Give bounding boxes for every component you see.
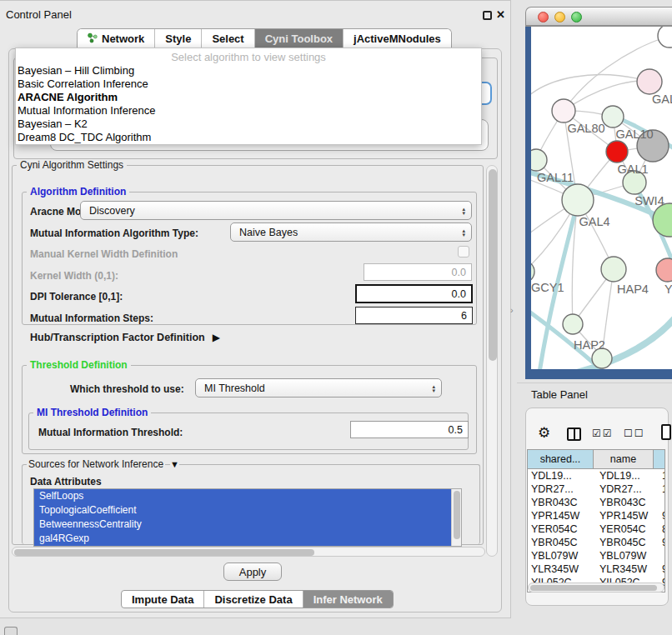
cell-name[interactable]: YBR043C	[596, 496, 659, 509]
cell-value[interactable]: 9.	[659, 536, 664, 549]
float-window-icon[interactable]	[483, 11, 492, 20]
tab-discretize-data[interactable]: Discretize Data	[203, 591, 302, 608]
minimize-traffic-light[interactable]	[554, 12, 565, 22]
new-table-icon[interactable]	[661, 424, 671, 440]
attribute-item[interactable]: gal4RGexp	[34, 532, 461, 546]
columns-icon[interactable]	[567, 428, 581, 441]
cell-shared-name[interactable]: YLR345W	[528, 562, 596, 576]
table-row[interactable]: YER054C YER054C 8.	[528, 522, 664, 536]
network-node-gal1[interactable]	[606, 141, 628, 162]
network-window-titlebar[interactable]	[525, 7, 672, 26]
dropdown-item[interactable]: Bayesian – Hill Climbing	[16, 64, 481, 78]
grid-icon[interactable]	[4, 627, 18, 635]
manual-kernel-checkbox[interactable]	[458, 246, 469, 258]
network-node-hap2[interactable]	[563, 314, 583, 334]
table-row[interactable]: YDR27... YDR27... 12	[528, 482, 664, 496]
mi-type-value: Naive Bayes	[239, 227, 298, 238]
table-header-row: shared... name	[528, 450, 664, 469]
network-node-gal11[interactable]	[531, 149, 547, 171]
cell-shared-name[interactable]: YPR145W	[528, 509, 596, 522]
mi-type-select[interactable]: Naive Bayes ▴▾	[230, 222, 472, 242]
network-node-gal80[interactable]	[552, 99, 575, 122]
which-threshold-label: Which threshold to use:	[70, 383, 184, 395]
dropdown-item[interactable]: Dream8 DC_TDC Algorithm	[16, 131, 481, 144]
cell-name[interactable]: YPR145W	[596, 509, 659, 522]
cell-shared-name[interactable]: YBR045C	[528, 536, 596, 549]
cell-shared-name[interactable]: YBR043C	[528, 496, 596, 509]
cyni-algorithm-settings-title: Cyni Algorithm Settings	[17, 159, 127, 171]
cell-name[interactable]: YBL079W	[596, 549, 659, 562]
table-row[interactable]: YDL19... YDL19... 13	[528, 469, 664, 482]
cell-name[interactable]: YDR27...	[596, 482, 659, 496]
network-node-gal10[interactable]	[602, 106, 624, 128]
cell-value[interactable]: 12	[659, 482, 664, 496]
dropdown-item[interactable]: Bayesian – K2	[16, 118, 481, 131]
cell-shared-name[interactable]: YER054C	[528, 522, 596, 536]
network-canvas[interactable]: GAL GAL80 GAL10 GAL1 GAL11 SWI4 GAL4 GCY…	[531, 27, 672, 369]
column-header-shared-name[interactable]: shared...	[528, 450, 594, 468]
tab-impute-data[interactable]: Impute Data	[122, 591, 203, 608]
apply-button[interactable]: Apply	[223, 562, 282, 581]
cell-value[interactable]: 9.	[659, 562, 664, 576]
table-hscrollbar[interactable]	[528, 582, 664, 592]
network-node-hap4[interactable]	[601, 257, 626, 282]
sources-title: Sources for Network Inference	[27, 458, 165, 470]
cell-shared-name[interactable]: YBL079W	[528, 549, 596, 562]
table-row[interactable]: YBL079W YBL079W	[528, 549, 664, 562]
network-node-gal[interactable]	[637, 69, 662, 94]
which-threshold-select[interactable]: MI Threshold ▴▾	[195, 378, 442, 398]
column-header-name[interactable]: name	[594, 450, 654, 468]
tab-network[interactable]: Network	[78, 29, 154, 48]
tab-jactivemnodules[interactable]: jActiveMNodules	[343, 29, 451, 48]
mi-steps-field[interactable]: 6	[355, 307, 473, 324]
network-node[interactable]	[658, 27, 672, 48]
network-node-salmon[interactable]	[656, 258, 672, 282]
attribute-item[interactable]: BetweennessCentrality	[34, 518, 461, 532]
hub-definition-expander[interactable]: Hub/Transcription Factor Definition ▶	[30, 332, 220, 343]
aracne-mode-select[interactable]: Discovery ▴▾	[80, 201, 472, 220]
cell-value[interactable]	[659, 549, 664, 562]
dropdown-item-selected[interactable]: ARACNE Algorithm	[16, 91, 481, 104]
sources-collapser[interactable]: Sources for Network Inference ▼	[27, 458, 179, 470]
table-row[interactable]: YBR043C YBR043C	[528, 496, 664, 509]
tab-infer-network[interactable]: Infer Network	[303, 591, 393, 608]
attribute-item[interactable]: SelfLoops	[34, 489, 461, 503]
dropdown-item[interactable]: Mutual Information Inference	[16, 104, 481, 118]
cell-name[interactable]: YLR345W	[596, 562, 659, 576]
close-icon[interactable]: ✕	[496, 8, 505, 21]
gear-icon[interactable]: ⚙	[538, 424, 550, 442]
tab-select[interactable]: Select	[201, 29, 253, 48]
mi-threshold-field[interactable]: 0.5	[350, 421, 469, 438]
cell-shared-name[interactable]: YDR27...	[528, 482, 596, 496]
kernel-width-field[interactable]: 0.0	[364, 263, 472, 281]
deselect-all-icon[interactable]: ☐☐	[624, 428, 645, 439]
table-row[interactable]: YPR145W YPR145W 9.	[528, 509, 664, 522]
select-all-icon[interactable]: ☑☑	[592, 428, 614, 439]
network-node-green[interactable]	[653, 203, 672, 237]
network-node-gal4[interactable]	[562, 184, 594, 216]
close-traffic-light[interactable]	[538, 12, 549, 22]
attribute-item[interactable]: TopologicalCoefficient	[34, 503, 461, 518]
cell-value[interactable]: 9.	[659, 509, 664, 522]
network-node-gcy1[interactable]	[531, 261, 534, 282]
cell-value[interactable]: 13	[659, 469, 664, 482]
control-panel-window: Control Panel ✕ Network Style Select Cyn…	[0, 0, 511, 618]
dropdown-item[interactable]: Basic Correlation Inference	[16, 78, 481, 91]
cell-value[interactable]: 8.	[659, 522, 664, 536]
settings-vscrollbar[interactable]	[486, 165, 498, 557]
tab-cyni-toolbox[interactable]: Cyni Toolbox	[254, 29, 343, 48]
cell-name[interactable]: YER054C	[596, 522, 659, 536]
cell-value[interactable]	[659, 496, 664, 509]
table-row[interactable]: YLR345W YLR345W 9.	[528, 562, 664, 576]
zoom-traffic-light[interactable]	[571, 12, 582, 22]
cell-name[interactable]: YDL19...	[596, 469, 659, 482]
cell-name[interactable]: YBR045C	[596, 536, 659, 549]
split-divider-arrow-icon[interactable]: ›	[510, 305, 514, 315]
table-row[interactable]: YBR045C YBR045C 9.	[528, 536, 664, 549]
tab-style[interactable]: Style	[154, 29, 201, 48]
attributes-scrollbar[interactable]	[451, 489, 461, 546]
cell-shared-name[interactable]: YDL19...	[528, 469, 596, 482]
dpi-tolerance-field[interactable]: 0.0	[355, 284, 473, 303]
column-header-partial[interactable]	[654, 450, 664, 468]
settings-hscrollbar[interactable]	[12, 547, 485, 557]
